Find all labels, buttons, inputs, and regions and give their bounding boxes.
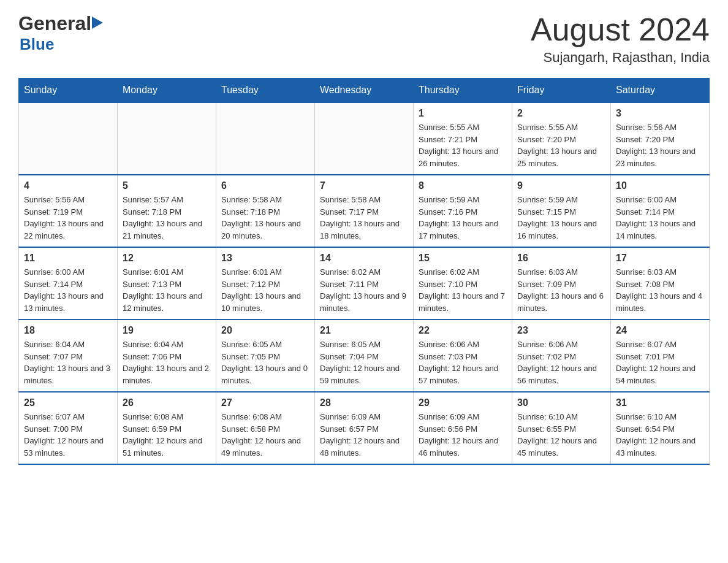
day-number: 25: [24, 397, 112, 408]
calendar-day-cell: 8Sunrise: 5:59 AM Sunset: 7:16 PM Daylig…: [414, 175, 512, 247]
calendar-day-cell: 14Sunrise: 6:02 AM Sunset: 7:11 PM Dayli…: [315, 247, 414, 320]
location-subtitle: Sujangarh, Rajasthan, India: [531, 50, 710, 66]
day-info: Sunrise: 5:59 AM Sunset: 7:16 PM Dayligh…: [419, 194, 507, 242]
day-number: 19: [123, 325, 211, 336]
calendar-week-row: 11Sunrise: 6:00 AM Sunset: 7:14 PM Dayli…: [19, 247, 710, 320]
day-number: 26: [123, 397, 211, 408]
calendar-day-cell: 10Sunrise: 6:00 AM Sunset: 7:14 PM Dayli…: [611, 175, 710, 247]
day-number: 30: [517, 397, 605, 408]
logo-blue-text: Blue: [20, 35, 54, 54]
title-section: August 2024 Sujangarh, Rajasthan, India: [531, 12, 710, 66]
calendar-day-header: Friday: [512, 79, 611, 103]
day-info: Sunrise: 6:07 AM Sunset: 7:00 PM Dayligh…: [24, 411, 112, 459]
day-number: 3: [616, 108, 704, 119]
day-number: 15: [419, 253, 507, 264]
calendar-day-cell: 27Sunrise: 6:08 AM Sunset: 6:58 PM Dayli…: [216, 392, 315, 464]
day-number: 12: [123, 253, 211, 264]
calendar-day-cell: [118, 102, 216, 175]
day-number: 29: [419, 397, 507, 408]
calendar-day-cell: 1Sunrise: 5:55 AM Sunset: 7:21 PM Daylig…: [414, 102, 512, 175]
day-info: Sunrise: 6:02 AM Sunset: 7:11 PM Dayligh…: [320, 266, 408, 314]
calendar-week-row: 18Sunrise: 6:04 AM Sunset: 7:07 PM Dayli…: [19, 320, 710, 392]
calendar-day-cell: 28Sunrise: 6:09 AM Sunset: 6:57 PM Dayli…: [315, 392, 414, 464]
day-info: Sunrise: 5:56 AM Sunset: 7:19 PM Dayligh…: [24, 194, 112, 242]
calendar-week-row: 4Sunrise: 5:56 AM Sunset: 7:19 PM Daylig…: [19, 175, 710, 247]
calendar-day-cell: 9Sunrise: 5:59 AM Sunset: 7:15 PM Daylig…: [512, 175, 611, 247]
day-info: Sunrise: 6:04 AM Sunset: 7:07 PM Dayligh…: [24, 339, 112, 386]
calendar-day-cell: 23Sunrise: 6:06 AM Sunset: 7:02 PM Dayli…: [512, 320, 611, 392]
calendar-day-header: Saturday: [611, 79, 710, 103]
day-number: 9: [517, 180, 605, 191]
calendar-day-header: Wednesday: [315, 79, 414, 103]
day-number: 14: [320, 253, 408, 264]
calendar-day-cell: 25Sunrise: 6:07 AM Sunset: 7:00 PM Dayli…: [19, 392, 118, 464]
calendar-week-row: 25Sunrise: 6:07 AM Sunset: 7:00 PM Dayli…: [19, 392, 710, 464]
page-header: General Blue August 2024 Sujangarh, Raja…: [18, 12, 710, 66]
day-info: Sunrise: 6:04 AM Sunset: 7:06 PM Dayligh…: [123, 339, 211, 386]
day-info: Sunrise: 6:05 AM Sunset: 7:04 PM Dayligh…: [320, 339, 408, 386]
day-info: Sunrise: 6:03 AM Sunset: 7:08 PM Dayligh…: [616, 266, 704, 314]
day-info: Sunrise: 6:02 AM Sunset: 7:10 PM Dayligh…: [419, 266, 507, 314]
calendar-day-cell: [216, 102, 315, 175]
day-number: 8: [419, 180, 507, 191]
day-info: Sunrise: 6:05 AM Sunset: 7:05 PM Dayligh…: [221, 339, 309, 386]
calendar-day-cell: 15Sunrise: 6:02 AM Sunset: 7:10 PM Dayli…: [414, 247, 512, 320]
day-number: 4: [24, 180, 112, 191]
calendar-day-cell: 29Sunrise: 6:09 AM Sunset: 6:56 PM Dayli…: [414, 392, 512, 464]
day-info: Sunrise: 5:59 AM Sunset: 7:15 PM Dayligh…: [517, 194, 605, 242]
calendar-day-header: Thursday: [414, 79, 512, 103]
logo: General Blue: [18, 12, 103, 54]
day-number: 16: [517, 253, 605, 264]
day-number: 20: [221, 325, 309, 336]
svg-marker-0: [92, 17, 103, 29]
day-info: Sunrise: 6:08 AM Sunset: 6:59 PM Dayligh…: [123, 411, 211, 459]
calendar-day-cell: 19Sunrise: 6:04 AM Sunset: 7:06 PM Dayli…: [118, 320, 216, 392]
month-year-title: August 2024: [531, 12, 710, 47]
day-number: 22: [419, 325, 507, 336]
day-info: Sunrise: 6:07 AM Sunset: 7:01 PM Dayligh…: [616, 339, 704, 386]
day-number: 18: [24, 325, 112, 336]
day-info: Sunrise: 5:55 AM Sunset: 7:21 PM Dayligh…: [419, 121, 507, 169]
day-number: 11: [24, 253, 112, 264]
calendar-day-cell: 18Sunrise: 6:04 AM Sunset: 7:07 PM Dayli…: [19, 320, 118, 392]
calendar-day-cell: 26Sunrise: 6:08 AM Sunset: 6:59 PM Dayli…: [118, 392, 216, 464]
logo-arrow-icon: [92, 17, 103, 31]
calendar-day-cell: 13Sunrise: 6:01 AM Sunset: 7:12 PM Dayli…: [216, 247, 315, 320]
calendar-day-cell: [19, 102, 118, 175]
day-info: Sunrise: 6:06 AM Sunset: 7:02 PM Dayligh…: [517, 339, 605, 386]
day-info: Sunrise: 6:00 AM Sunset: 7:14 PM Dayligh…: [24, 266, 112, 314]
day-number: 31: [616, 397, 704, 408]
calendar-day-cell: [315, 102, 414, 175]
day-info: Sunrise: 6:00 AM Sunset: 7:14 PM Dayligh…: [616, 194, 704, 242]
calendar-day-cell: 4Sunrise: 5:56 AM Sunset: 7:19 PM Daylig…: [19, 175, 118, 247]
day-number: 21: [320, 325, 408, 336]
day-number: 17: [616, 253, 704, 264]
day-number: 10: [616, 180, 704, 191]
day-number: 13: [221, 253, 309, 264]
calendar-day-cell: 31Sunrise: 6:10 AM Sunset: 6:54 PM Dayli…: [611, 392, 710, 464]
day-number: 23: [517, 325, 605, 336]
calendar-day-cell: 22Sunrise: 6:06 AM Sunset: 7:03 PM Dayli…: [414, 320, 512, 392]
calendar-day-cell: 17Sunrise: 6:03 AM Sunset: 7:08 PM Dayli…: [611, 247, 710, 320]
calendar-day-cell: 3Sunrise: 5:56 AM Sunset: 7:20 PM Daylig…: [611, 102, 710, 175]
day-info: Sunrise: 6:01 AM Sunset: 7:12 PM Dayligh…: [221, 266, 309, 314]
day-number: 7: [320, 180, 408, 191]
day-number: 5: [123, 180, 211, 191]
day-info: Sunrise: 5:55 AM Sunset: 7:20 PM Dayligh…: [517, 121, 605, 169]
day-info: Sunrise: 5:57 AM Sunset: 7:18 PM Dayligh…: [123, 194, 211, 242]
calendar-day-cell: 7Sunrise: 5:58 AM Sunset: 7:17 PM Daylig…: [315, 175, 414, 247]
day-info: Sunrise: 5:58 AM Sunset: 7:18 PM Dayligh…: [221, 194, 309, 242]
day-info: Sunrise: 6:08 AM Sunset: 6:58 PM Dayligh…: [221, 411, 309, 459]
day-info: Sunrise: 6:06 AM Sunset: 7:03 PM Dayligh…: [419, 339, 507, 386]
calendar-day-header: Sunday: [19, 79, 118, 103]
calendar-day-cell: 30Sunrise: 6:10 AM Sunset: 6:55 PM Dayli…: [512, 392, 611, 464]
day-info: Sunrise: 5:58 AM Sunset: 7:17 PM Dayligh…: [320, 194, 408, 242]
calendar-day-header: Monday: [118, 79, 216, 103]
day-number: 6: [221, 180, 309, 191]
calendar-table: SundayMondayTuesdayWednesdayThursdayFrid…: [18, 78, 710, 465]
day-info: Sunrise: 6:01 AM Sunset: 7:13 PM Dayligh…: [123, 266, 211, 314]
day-info: Sunrise: 6:03 AM Sunset: 7:09 PM Dayligh…: [517, 266, 605, 314]
day-info: Sunrise: 6:09 AM Sunset: 6:57 PM Dayligh…: [320, 411, 408, 459]
calendar-day-cell: 20Sunrise: 6:05 AM Sunset: 7:05 PM Dayli…: [216, 320, 315, 392]
calendar-day-cell: 2Sunrise: 5:55 AM Sunset: 7:20 PM Daylig…: [512, 102, 611, 175]
